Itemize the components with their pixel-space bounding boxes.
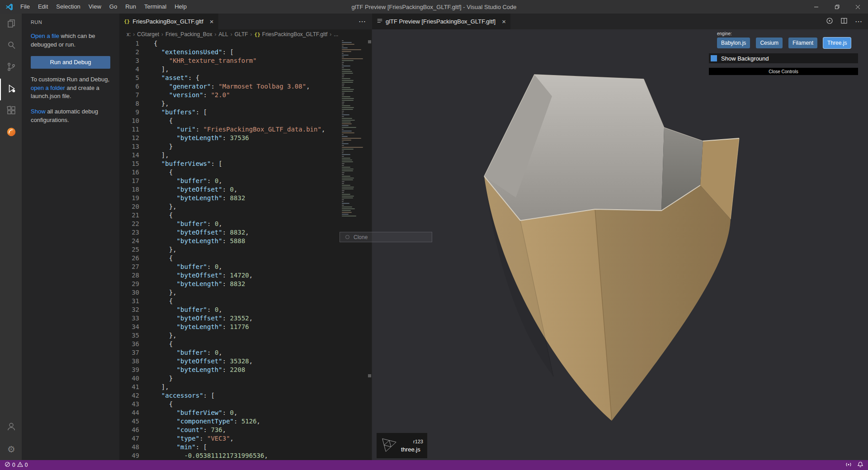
activity-bar-bottom: ⚙	[0, 417, 22, 460]
threejs-badge-text: r123 three.js	[401, 439, 423, 453]
engine-button-babylonjs[interactable]: Babylon.js	[717, 38, 750, 48]
split-editor-icon[interactable]	[840, 17, 848, 26]
minimize-button[interactable]	[806, 0, 826, 14]
sidebar-item-source-control[interactable]	[0, 57, 22, 79]
line-number: 10	[119, 117, 139, 125]
line-number: 14	[119, 151, 139, 160]
line-number: 3	[119, 56, 139, 65]
close-button[interactable]	[847, 0, 868, 14]
show-background-label: Show Background	[721, 55, 769, 62]
sidebar-item-explorer[interactable]	[0, 14, 22, 35]
close-controls-button[interactable]: Close Controls	[709, 68, 858, 75]
line-number: 48	[119, 443, 139, 451]
more-actions-icon[interactable]: ⋯	[359, 18, 366, 25]
menu-bar: FileEditSelectionViewGoRunTerminalHelp	[16, 0, 191, 14]
breadcrumb-item[interactable]: Fries_Packing_Box	[165, 31, 212, 38]
menu-view[interactable]: View	[85, 0, 105, 14]
breadcrumb-item[interactable]: CGtarget	[137, 31, 159, 38]
preview-tab-bar: glTF Preview [FriesPackingBox_GLTF.gltf]…	[372, 14, 868, 29]
minimap[interactable]	[342, 40, 368, 217]
menu-go[interactable]: Go	[105, 0, 121, 14]
breadcrumb-item[interactable]: GLTF	[235, 31, 248, 38]
breadcrumb-item[interactable]: x:	[127, 31, 131, 38]
editor-actions: ⋯	[359, 18, 372, 25]
breadcrumb-item[interactable]: ...	[334, 31, 338, 38]
engine-button-threejs[interactable]: Three.js	[823, 38, 851, 48]
settings-button[interactable]: ⚙	[0, 438, 22, 460]
preview-tab-close-icon[interactable]: ×	[502, 18, 506, 25]
code-line: {	[154, 400, 372, 409]
line-number: 41	[119, 383, 139, 391]
account-icon	[6, 421, 17, 434]
chevron-right-icon: ›	[133, 31, 135, 38]
line-number: 32	[119, 306, 139, 314]
window-title: glTF Preview [FriesPackingBox_GLTF.gltf]…	[351, 4, 516, 10]
sidebar-item-gltf-tools[interactable]	[0, 122, 22, 144]
line-number: 12	[119, 134, 139, 142]
line-number: 23	[119, 228, 139, 237]
engine-buttons: Babylon.jsCesiumFilamentThree.js	[717, 38, 858, 48]
problems-indicator[interactable]: 0 0	[5, 461, 28, 469]
code-line: },	[154, 245, 372, 254]
line-number: 39	[119, 366, 139, 374]
line-number: 45	[119, 417, 139, 426]
line-number: 13	[119, 142, 139, 151]
menu-edit[interactable]: Edit	[34, 0, 52, 14]
code-line: }	[154, 374, 372, 383]
menu-file[interactable]: File	[16, 0, 34, 14]
code-line: "bufferViews": [	[154, 160, 372, 168]
circle-dot-icon[interactable]	[826, 17, 833, 26]
code-line: "KHR_texture_transform"	[154, 56, 372, 65]
menu-run[interactable]: Run	[121, 0, 140, 14]
workbench: ⚙ RUN Open a file which can be debugged …	[0, 14, 868, 460]
broadcast-icon[interactable]	[845, 461, 852, 469]
error-count: 0	[12, 462, 15, 468]
threejs-label: three.js	[401, 446, 423, 453]
breadcrumb-item[interactable]: ALL	[218, 31, 228, 38]
line-number: 28	[119, 271, 139, 280]
tab-gltf-preview[interactable]: glTF Preview [FriesPackingBox_GLTF.gltf]…	[372, 14, 510, 29]
code-line: "generator": "Marmoset Toolbag 3.08",	[154, 82, 372, 91]
sidebar-item-extensions[interactable]	[0, 100, 22, 122]
menu-selection[interactable]: Selection	[52, 0, 84, 14]
code-line: "uri": "FriesPackingBox_GLTF_data.bin",	[154, 125, 372, 134]
code-line: {	[154, 340, 372, 348]
chevron-right-icon: ›	[250, 31, 252, 38]
sidebar-item-run-and-debug[interactable]	[0, 79, 22, 100]
run-and-debug-button[interactable]: Run and Debug	[31, 56, 110, 69]
more-actions-icon[interactable]: ⋯	[855, 18, 863, 25]
code-line: "buffer": 0,	[154, 306, 372, 314]
menu-help[interactable]: Help	[170, 0, 191, 14]
threejs-badge: r123 three.js	[377, 433, 427, 458]
status-bar-right	[845, 461, 863, 469]
preview-tab-label: glTF Preview [FriesPackingBox_GLTF.gltf]	[386, 18, 495, 25]
bell-icon[interactable]	[857, 461, 863, 469]
code-line: "byteLength": 8832	[154, 280, 372, 288]
code-lines[interactable]: { "extensionsUsed": [ "KHR_texture_trans…	[154, 39, 372, 460]
code-line: },	[154, 331, 372, 340]
restore-button[interactable]	[826, 0, 847, 14]
show-configs-link[interactable]: Show	[31, 108, 46, 115]
tab-label: FriesPackingBox_GLTF.gltf	[132, 18, 203, 25]
error-icon	[5, 461, 10, 469]
open-file-link[interactable]: Open a file	[31, 33, 59, 39]
line-number: 40	[119, 374, 139, 383]
line-number: 1	[119, 39, 139, 48]
line-number: 36	[119, 340, 139, 348]
engine-button-filament[interactable]: Filament	[788, 38, 817, 48]
open-folder-link[interactable]: open a folder	[31, 85, 65, 91]
code-line: },	[154, 288, 372, 297]
sidebar-item-search[interactable]	[0, 35, 22, 57]
gltf-preview-viewport[interactable]: engine: Babylon.jsCesiumFilamentThree.js…	[372, 29, 868, 460]
json-file-icon: {}	[124, 19, 130, 24]
engine-button-cesium[interactable]: Cesium	[756, 38, 783, 48]
menu-terminal[interactable]: Terminal	[140, 0, 170, 14]
tab-gltf-file[interactable]: {} FriesPackingBox_GLTF.gltf ×	[119, 14, 218, 29]
tab-close-icon[interactable]: ×	[210, 18, 214, 25]
code-editor[interactable]: 1234567891011121314151617181920212223242…	[119, 39, 372, 460]
code-line: "buffer": 0,	[154, 220, 372, 228]
breadcrumb-item[interactable]: {}FriesPackingBox_GLTF.gltf	[255, 31, 328, 38]
window-controls	[806, 0, 868, 14]
show-background-checkbox[interactable]	[711, 55, 717, 61]
account-button[interactable]	[0, 417, 22, 438]
